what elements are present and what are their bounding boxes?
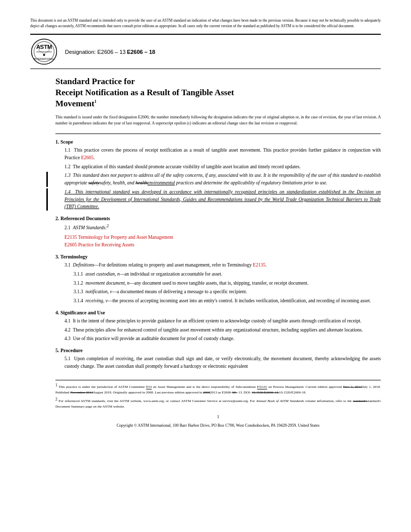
section-procedure-heading: 5. Procedure [55,348,381,353]
designation-label: Designation: [65,49,97,55]
designation-new: E2606 – 18 [127,49,155,55]
header-row: ASTM INTERNATIONAL Designation: E2606 – … [30,34,381,69]
scope-1-4: 1.4 This international standard was deve… [55,188,381,211]
footnote-1: 1 This practice is under the jurisdictio… [55,382,381,395]
section-divider [55,134,381,134]
significance-4-1: 4.1 It is the intent of these principles… [55,317,381,325]
section-referenced: 2. Referenced Documents 2.1 ASTM Standar… [55,216,381,249]
link-e2135-3-1[interactable]: E2135 [253,262,265,268]
link-e2135[interactable]: E2135 [64,235,77,240]
ref-e2135: E2135 Terminology for Property and Asset… [64,234,381,241]
copyright-footer: Copyright © ASTM International, 100 Barr… [55,423,381,428]
procedure-5-1: 5.1 Upon completion of receiving, the as… [55,355,381,370]
main-title: Standard Practice for Receipt Notificati… [55,76,381,109]
issued-text: This standard is issued under the fixed … [55,114,381,126]
section-scope-heading: 1. Scope [55,139,381,145]
section-procedure: 5. Procedure 5.1 Upon completion of rece… [55,348,381,370]
astm-logo: ASTM INTERNATIONAL [30,38,58,65]
significance-4-2: 4.2 These principles allow for enhanced … [55,326,381,334]
link-e2605-1-1[interactable]: E2605 [81,155,94,160]
page: This document is not an ASTM standard an… [0,0,411,532]
ref-e2605: E2605 Practice for Receiving Assets [64,241,381,249]
ref-list: E2135 Terminology for Property and Asset… [55,234,381,249]
scope-1-1: 1.1 This practice covers the process of … [55,147,381,161]
scope-1-3-block: 1.3 This standard does not purport to ad… [55,172,381,186]
scope-1-2: 1.2 The application of this standard sho… [55,163,381,171]
svg-text:INTERNATIONAL: INTERNATIONAL [34,57,54,60]
terminology-3-1-4: 3.1.4 receiving, v—the process of accept… [55,297,381,305]
svg-point-4 [43,54,45,56]
title-superscript: 1 [94,100,96,104]
page-number: 1 [55,414,381,419]
scope-1-4-block: 1.4 This international standard was deve… [55,188,381,211]
significance-4-3: 4.3 Use of this practice will provide an… [55,335,381,343]
top-notice: This document is not an ASTM standard an… [30,18,381,29]
left-bar-1-3 [46,172,48,186]
section-scope: 1. Scope 1.1 This practice covers the pr… [55,139,381,211]
designation-old: E2606 – 13 [97,49,125,55]
footnote-area: 1 This practice is under the jurisdictio… [55,380,381,409]
footnote-2: 2 For referenced ASTM standards, visit t… [55,396,381,409]
section-significance-heading: 4. Significance and Use [55,310,381,315]
terminology-3-1-3: 3.1.3 notification, v—a documented means… [55,288,381,296]
section-significance: 4. Significance and Use 4.1 It is the in… [55,310,381,343]
link-e2605[interactable]: E2605 [64,242,77,247]
terminology-3-1-1: 3.1.1 asset custodian, n—an individual o… [55,271,381,278]
designation: Designation: E2606 – 13 E2606 – 18 [65,49,155,55]
section-terminology: 3. Terminology 3.1 Definitions—For defin… [55,254,381,305]
left-bar-1-4 [46,188,48,211]
section-terminology-heading: 3. Terminology [55,254,381,259]
terminology-3-1-2: 3.1.2 movement document, n—any document … [55,280,381,287]
referenced-2-1: 2.1 ASTM Standards:2 [55,223,381,232]
scope-1-3: 1.3 This standard does not purport to ad… [55,172,381,186]
section-referenced-heading: 2. Referenced Documents [55,216,381,221]
svg-point-0 [32,39,57,64]
title-block: Standard Practice for Receipt Notificati… [30,76,381,428]
terminology-3-1: 3.1 Definitions—For definitions relating… [55,261,381,269]
svg-text:ASTM: ASTM [36,44,52,50]
